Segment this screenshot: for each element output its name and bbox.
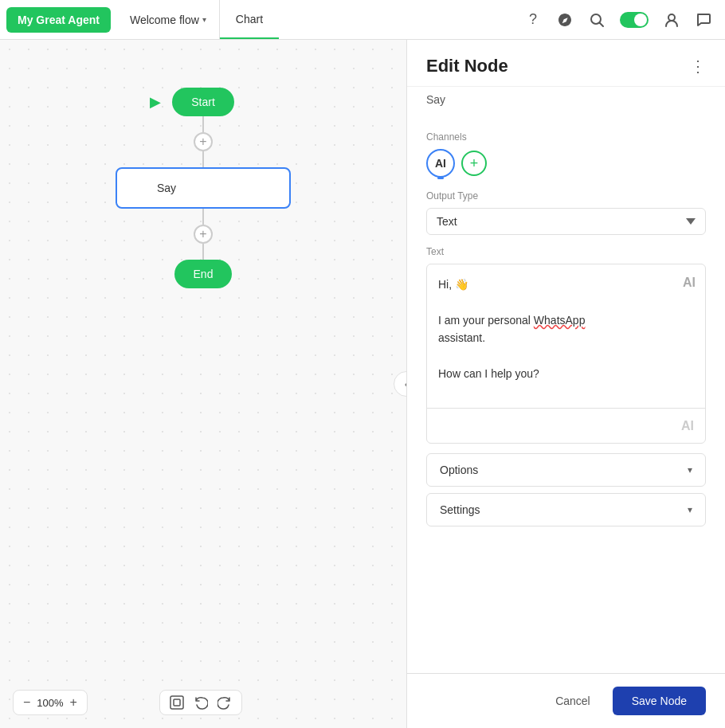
text-line-1: Hi, 👋 xyxy=(438,276,694,293)
say-node[interactable]: Say xyxy=(116,167,291,209)
options-chevron-icon: ▾ xyxy=(688,464,692,476)
flow-line-4 xyxy=(202,244,204,260)
panel-menu-btn[interactable]: ⋮ xyxy=(690,57,706,76)
edit-panel: Edit Node ⋮ Say Channels AI + Output Typ… xyxy=(406,40,725,728)
chart-tab[interactable]: Chart xyxy=(220,0,279,39)
fit-view-btn[interactable] xyxy=(170,695,184,710)
add-node-btn-1[interactable]: + xyxy=(194,132,213,151)
main-area: ▶ Start + Say + End ‹ − 100 xyxy=(0,40,725,728)
play-icon: ▶ xyxy=(150,93,161,111)
panel-header: Edit Node ⋮ xyxy=(407,40,725,87)
svg-point-2 xyxy=(668,14,675,21)
output-type-select[interactable]: Text Image Audio xyxy=(426,208,706,235)
connector-2: + xyxy=(194,209,213,260)
svg-rect-3 xyxy=(170,696,183,709)
chat-icon[interactable] xyxy=(695,11,712,29)
header-icons: ? xyxy=(511,11,725,29)
start-node-wrapper: ▶ Start xyxy=(172,88,234,116)
flow-container: ▶ Start + Say + End xyxy=(116,88,291,288)
chevron-down-icon: ▾ xyxy=(202,15,206,24)
redo-btn[interactable] xyxy=(217,695,232,710)
settings-header[interactable]: Settings ▾ xyxy=(427,494,705,526)
ai-badge-text: AI xyxy=(435,157,446,170)
text-line-4: How can I help you? xyxy=(438,365,694,382)
panel-body: Channels AI + Output Type Text Image Aud… xyxy=(407,119,725,673)
search-icon[interactable] xyxy=(588,11,605,29)
panel-subtitle: Say xyxy=(407,87,725,119)
canvas-area[interactable]: ▶ Start + Say + End ‹ − 100 xyxy=(0,40,406,728)
flow-line-1 xyxy=(202,116,204,132)
options-section: Options ▾ xyxy=(426,453,706,487)
add-node-btn-2[interactable]: + xyxy=(194,225,213,244)
zoom-toolbar: − 100% + xyxy=(13,690,88,715)
svg-rect-4 xyxy=(174,699,180,706)
ai-channel-badge[interactable]: AI xyxy=(426,149,455,178)
add-channel-btn[interactable]: + xyxy=(461,151,487,176)
end-node[interactable]: End xyxy=(174,260,233,288)
ai-icon-top: AI xyxy=(683,272,696,293)
text-input-bottom[interactable]: AI xyxy=(427,408,705,443)
text-content-area[interactable]: AI Hi, 👋 I am your personal WhatsApp ass… xyxy=(427,264,705,408)
canvas-tools xyxy=(159,690,242,715)
whatsapp-text: WhatsApp xyxy=(534,314,586,327)
svg-line-1 xyxy=(600,22,604,26)
start-node[interactable]: Start xyxy=(172,88,234,116)
zoom-in-btn[interactable]: + xyxy=(70,695,77,710)
text-section-label: Text xyxy=(426,246,706,257)
panel-title: Edit Node xyxy=(426,56,508,76)
undo-btn[interactable] xyxy=(194,695,208,710)
text-line-3: assistant. xyxy=(438,329,694,346)
cancel-button[interactable]: Cancel xyxy=(543,687,603,715)
text-area-wrapper: AI Hi, 👋 I am your personal WhatsApp ass… xyxy=(426,264,706,444)
connector-1: + xyxy=(194,116,213,167)
compass-icon[interactable] xyxy=(556,11,574,29)
flow-label: Welcome flow xyxy=(130,14,199,26)
toggle-switch[interactable] xyxy=(620,12,649,28)
channels-label: Channels xyxy=(426,131,706,143)
chart-tab-label: Chart xyxy=(236,13,263,25)
options-label: Options xyxy=(440,464,478,476)
output-type-label: Output Type xyxy=(426,190,706,202)
flow-selector[interactable]: Welcome flow ▾ xyxy=(117,0,220,39)
options-header[interactable]: Options ▾ xyxy=(427,454,705,486)
zoom-level: 100% xyxy=(37,697,63,709)
user-icon[interactable] xyxy=(663,11,680,29)
agent-button[interactable]: My Great Agent xyxy=(6,7,111,33)
channels-row: AI + xyxy=(426,149,706,178)
flow-line-3 xyxy=(202,209,204,225)
help-icon[interactable]: ? xyxy=(524,11,542,29)
save-node-button[interactable]: Save Node xyxy=(613,687,706,715)
settings-chevron-icon: ▾ xyxy=(688,504,692,515)
ai-icon-bottom: AI xyxy=(681,419,694,433)
flow-line-2 xyxy=(202,151,204,167)
panel-footer: Cancel Save Node xyxy=(407,673,725,728)
app-header: My Great Agent Welcome flow ▾ Chart ? xyxy=(0,0,725,40)
zoom-out-btn[interactable]: − xyxy=(23,695,30,710)
settings-label: Settings xyxy=(440,503,480,516)
text-line-2: I am your personal WhatsApp xyxy=(438,311,694,329)
settings-section: Settings ▾ xyxy=(426,493,706,526)
